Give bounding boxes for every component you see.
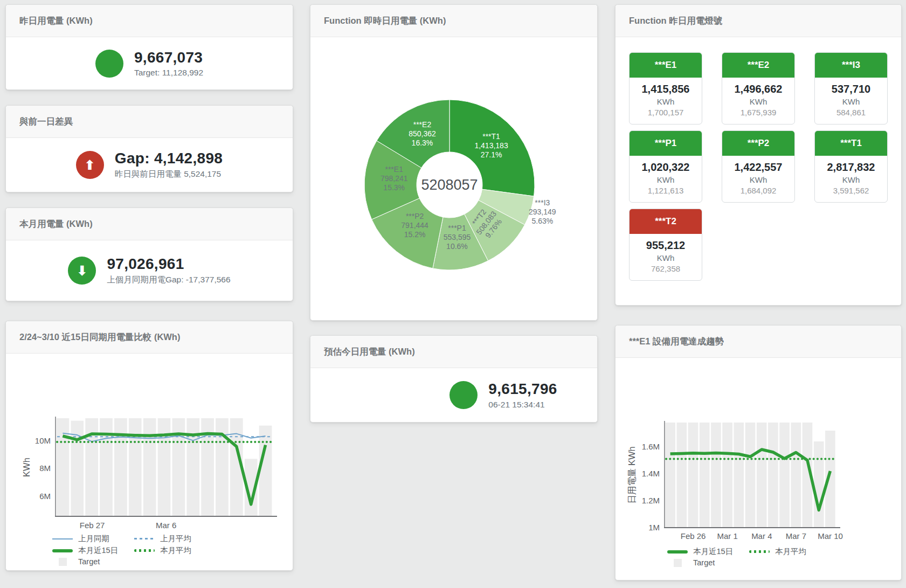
legend-item-本月近15日[interactable]: 本月近15日 [52, 545, 134, 556]
target-bar [129, 418, 142, 516]
card-day-gap-title: 與前一日差異 [6, 106, 293, 138]
day-gap-subtitle: 昨日與前日用電量 5,524,175 [115, 169, 223, 180]
legend-label: Target [693, 558, 715, 567]
month-usage-kpi: ⬇ 97,026,961 上個月同期用電Gap: -17,377,566 [68, 255, 230, 286]
light-tile-body: 955,212KWh762,358 [630, 234, 702, 280]
e1-trend-legend: 本月近15日本月平均Target [667, 547, 831, 567]
target-bar [734, 423, 744, 528]
light-tile-i3: ***I3537,710KWh584,861 [814, 52, 888, 124]
light-tile-t2: ***T2955,212KWh762,358 [629, 209, 702, 281]
y-axis-label: 日用電量 KWh [627, 446, 637, 503]
day-gap-value: Gap: 4,142,898 [115, 150, 223, 167]
y-axis-label: KWh [22, 458, 31, 477]
legend-swatch [52, 549, 73, 552]
legend-label: 本月近15日 [78, 545, 118, 556]
legend-swatch [749, 550, 770, 553]
y-axis-tick: 1M [648, 523, 660, 532]
x-axis-tick: Mar 6 [156, 521, 176, 530]
light-tile-body: 1,020,322KWh1,121,613 [630, 156, 702, 202]
target-bar [143, 418, 156, 516]
card-yesterday-usage-title: 昨日用電量 (KWh) [6, 5, 293, 37]
light-tile-unit: KWh [631, 175, 701, 184]
compare-15day-chart[interactable]: 6M8M10MFeb 27Mar 6KWh [6, 354, 293, 531]
legend-item-本月平均[interactable]: 本月平均 [134, 545, 216, 556]
yesterday-usage-kpi: 9,667,073 Target: 11,128,992 [95, 49, 203, 78]
legend-label: 本月近15日 [693, 547, 733, 557]
light-tile-value: 1,422,557 [723, 161, 793, 174]
light-tile-p2: ***P21,422,557KWh1,684,092 [722, 130, 795, 203]
light-tile-body: 1,496,662KWh1,675,939 [722, 78, 794, 124]
light-tile-value: 955,212 [631, 239, 701, 252]
e1-trend-chart[interactable]: 1M1.2M1.4M1.6MFeb 26Mar 1Mar 4Mar 7Mar 1… [615, 358, 901, 543]
yesterday-usage-value: 9,667,073 [134, 49, 203, 66]
light-tile-label: ***I3 [815, 53, 887, 78]
card-e1-trend-chart: ***E1 設備用電達成趨勢 1M1.2M1.4M1.6MFeb 26Mar 1… [615, 325, 902, 580]
y-axis-tick: 8M [39, 464, 51, 473]
lights-grid: ***E11,415,856KWh1,700,157***E21,496,662… [615, 37, 901, 296]
target-bar [259, 426, 272, 516]
light-tile-body: 1,415,856KWh1,700,157 [630, 78, 702, 124]
light-tile-unit: KWh [816, 97, 886, 106]
light-tile-label: ***T2 [630, 209, 702, 234]
legend-item-本月近15日[interactable]: 本月近15日 [667, 547, 749, 557]
light-tile-secondary-value: 1,684,092 [723, 186, 793, 195]
light-tile-secondary-value: 1,675,939 [723, 108, 793, 117]
target-bar [711, 423, 721, 528]
target-bar [158, 418, 171, 516]
legend-item-上月同期[interactable]: 上月同期 [52, 534, 134, 544]
target-bar [722, 423, 732, 528]
estimate-value: 9,615,796 [488, 381, 557, 398]
light-tile-label: ***E1 [630, 53, 702, 78]
target-bar [768, 423, 778, 528]
energy-dashboard: 昨日用電量 (KWh) 9,667,073 Target: 11,128,992… [0, 0, 906, 588]
light-tile-value: 1,020,322 [631, 161, 701, 174]
light-tile-unit: KWh [631, 253, 701, 262]
light-tile-unit: KWh [631, 97, 701, 106]
month-usage-value: 97,026,961 [107, 255, 230, 273]
light-tile-body: 537,710KWh584,861 [815, 78, 887, 124]
x-axis-tick: Feb 27 [80, 521, 105, 530]
x-axis-tick: Mar 4 [751, 531, 772, 541]
legend-label: Target [78, 557, 100, 566]
light-tile-p1: ***P11,020,322KWh1,121,613 [629, 130, 702, 203]
legend-item-本月平均[interactable]: 本月平均 [749, 547, 831, 557]
estimate-timestamp: 06-21 15:34:41 [488, 400, 557, 410]
y-axis-tick: 10M [35, 436, 51, 445]
target-bar [676, 423, 687, 528]
card-estimate-title: 預估今日用電量 (KWh) [310, 336, 597, 368]
legend-item-上月平均[interactable]: 上月平均 [134, 534, 216, 544]
y-axis-tick: 1.4M [642, 469, 660, 478]
light-tile-unit: KWh [723, 97, 793, 106]
yesterday-usage-target: Target: 11,128,992 [134, 68, 203, 78]
card-month-usage-title: 本月用電量 (KWh) [6, 208, 293, 240]
legend-swatch [59, 558, 67, 566]
x-axis-tick: Mar 10 [818, 531, 843, 541]
light-tile-unit: KWh [816, 175, 886, 184]
legend-swatch [134, 549, 155, 552]
compare-chart-legend: 上月同期上月平均本月近15日本月平均Target [52, 534, 216, 566]
target-bar [757, 423, 767, 528]
down-arrow-icon: ⬇ [68, 257, 96, 285]
estimate-kpi: 9,615,796 06-21 15:34:41 [449, 381, 557, 409]
legend-item-Target[interactable]: Target [52, 557, 134, 566]
x-axis-tick: Mar 7 [786, 531, 806, 541]
light-tile-e2: ***E21,496,662KWh1,675,939 [722, 52, 795, 124]
card-day-gap: 與前一日差異 ⬆ Gap: 4,142,898 昨日與前日用電量 5,524,1… [5, 105, 293, 192]
light-tile-secondary-value: 1,700,157 [631, 108, 701, 117]
light-tile-t1: ***T12,817,832KWh3,591,562 [814, 130, 888, 203]
light-tile-secondary-value: 3,591,562 [816, 186, 886, 195]
light-tile-body: 2,817,832KWh3,591,562 [815, 156, 887, 202]
legend-swatch [52, 538, 73, 539]
function-usage-donut-chart[interactable]: ***T11,413,18327.1%***I3293,1495.63%***T… [310, 37, 597, 320]
light-tile-value: 537,710 [816, 83, 886, 95]
target-bar [700, 423, 710, 528]
e1-trend-title: ***E1 設備用電達成趨勢 [615, 326, 901, 358]
legend-label: 本月平均 [160, 545, 191, 556]
x-axis-tick: Mar 1 [717, 531, 738, 541]
target-bar [688, 423, 698, 528]
legend-item-Target[interactable]: Target [667, 558, 749, 567]
light-tile-unit: KWh [723, 175, 793, 184]
donut-center-total: 5208057 [421, 177, 478, 193]
green-status-circle-icon [95, 50, 123, 78]
day-gap-kpi: ⬆ Gap: 4,142,898 昨日與前日用電量 5,524,175 [76, 150, 223, 180]
